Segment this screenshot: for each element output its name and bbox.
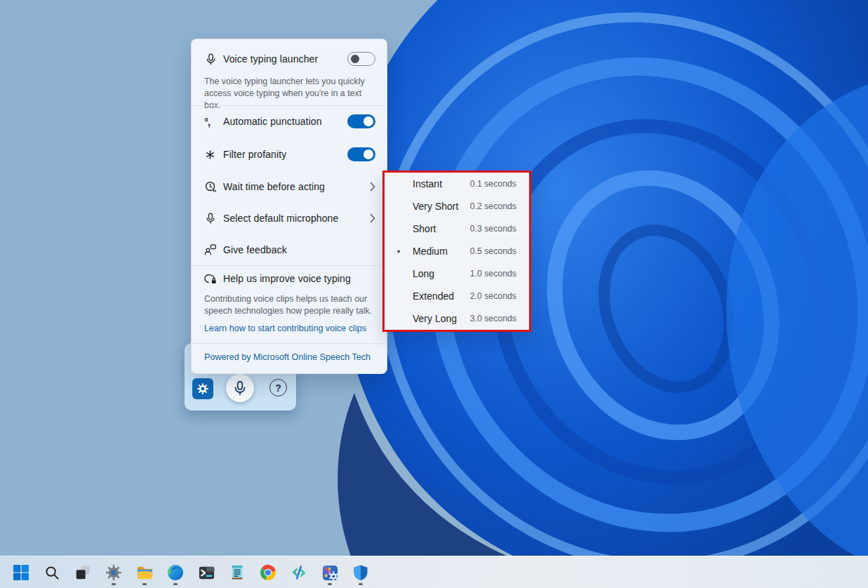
notepad-icon [229,564,246,581]
voice-typing-launcher-toggle[interactable] [347,52,375,66]
clock-icon [204,180,223,194]
voice-typing-settings-button[interactable] [192,378,213,399]
running-indicator [142,583,147,585]
running-indicator [328,583,332,585]
wait-time-row[interactable]: Wait time before acting [192,171,387,202]
give-feedback-label: Give feedback [223,244,375,255]
voice-typing-settings-flyout: Voice typing launcher The voice typing l… [191,39,387,374]
wait-time-submenu: Instant 0.1 seconds Very Short 0.2 secon… [382,171,531,332]
question-mark-icon: ? [275,382,281,394]
help-improve-label: Help us improve voice typing [223,273,375,284]
automatic-punctuation-label: Automatic punctuation [223,116,347,127]
running-indicator [173,583,178,585]
menu-item-very-short[interactable]: Very Short 0.2 seconds [385,195,529,218]
select-microphone-label: Select default microphone [223,213,367,224]
notepad-button[interactable] [223,559,251,587]
menu-item-long[interactable]: Long 1.0 seconds [385,262,529,285]
punctuation-icon: °, [204,116,223,127]
running-indicator [112,583,116,585]
voice-typing-launcher-label: Voice typing launcher [223,53,347,65]
chrome-button[interactable] [254,559,282,587]
menu-item-short[interactable]: Short 0.3 seconds [385,218,529,240]
dev-home-button[interactable] [316,559,344,587]
security-shield-icon [352,564,369,581]
automatic-punctuation-row[interactable]: °, Automatic punctuation [192,106,387,137]
powered-by-link[interactable]: Powered by Microsoft Online Speech Tech [204,352,377,362]
windows-logo-icon [13,564,29,581]
taskbar-search-button[interactable] [38,559,66,587]
desktop-screen: ? Voice typing launcher The voice typing… [0,0,868,588]
file-explorer-icon [136,564,154,582]
settings-gear-icon [105,564,122,581]
filter-profanity-toggle[interactable] [347,147,375,161]
taskbar-settings-button[interactable] [100,559,128,587]
gear-icon [196,382,209,395]
terminal-icon [198,564,215,582]
give-feedback-row[interactable]: Give feedback [192,235,387,265]
asterisk-icon [204,149,223,161]
chevron-right-icon [367,182,375,192]
microphone-icon [204,53,223,66]
filter-profanity-row[interactable]: Filter profanity [192,139,387,170]
voice-typing-launcher-row[interactable]: Voice typing launcher [192,45,387,73]
feedback-icon [204,243,223,256]
divider [192,265,387,266]
filter-profanity-label: Filter profanity [223,149,347,160]
automatic-punctuation-toggle[interactable] [347,114,375,128]
microphone-icon [204,212,223,225]
start-button[interactable] [7,559,35,587]
search-icon [44,565,60,581]
help-improve-row: Help us improve voice typing [192,267,387,290]
microphone-icon [232,380,248,396]
voice-typing-microphone-button[interactable] [226,374,254,402]
select-microphone-row[interactable]: Select default microphone [192,203,387,234]
task-view-icon [74,564,91,581]
chrome-icon [260,564,276,581]
task-view-button[interactable] [69,559,97,587]
menu-item-medium[interactable]: • Medium 0.5 seconds [385,240,529,262]
wait-time-label: Wait time before acting [223,181,367,192]
selected-bullet: • [385,247,413,256]
terminal-button[interactable] [192,559,220,587]
menu-item-instant[interactable]: Instant 0.1 seconds [385,173,529,195]
dev-home-icon [321,564,339,582]
menu-item-very-long[interactable]: Very Long 3.0 seconds [385,307,529,330]
menu-item-extended[interactable]: Extended 2.0 seconds [385,285,529,307]
windows-security-button[interactable] [347,559,375,587]
dev-tool-button[interactable] [285,559,313,587]
divider [192,343,387,344]
voice-typing-help-button[interactable]: ? [269,379,287,396]
code-arrows-icon [291,564,307,581]
taskbar [0,556,868,588]
speech-bubble-lock-icon [204,272,223,286]
running-indicator [359,583,363,585]
help-improve-description: Contributing voice clips helps us teach … [204,293,377,317]
edge-icon [167,564,184,581]
edge-button[interactable] [161,559,189,587]
chevron-right-icon [367,213,375,223]
learn-contributing-link[interactable]: Learn how to start contributing voice cl… [204,323,377,333]
file-explorer-button[interactable] [131,559,159,587]
